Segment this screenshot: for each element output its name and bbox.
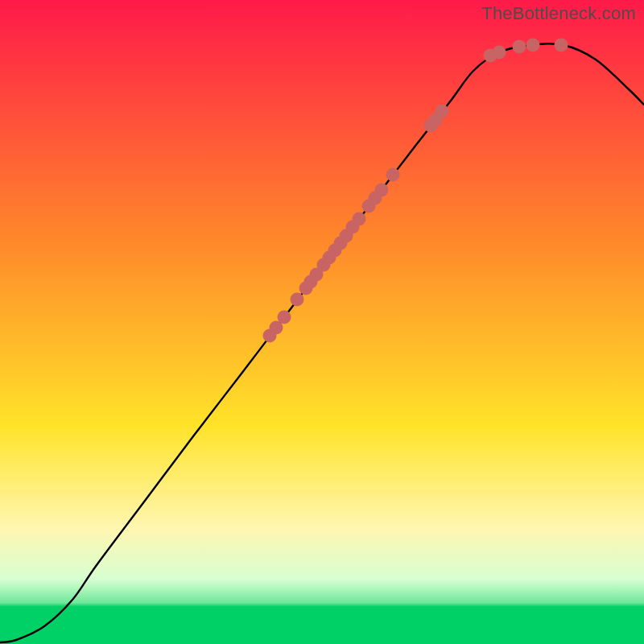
curve-marker	[291, 293, 304, 307]
curve-marker	[353, 213, 366, 226]
curve-marker	[526, 39, 540, 52]
curve-marker	[493, 46, 506, 60]
curve-marker	[513, 40, 526, 54]
curve-marker	[555, 39, 568, 52]
watermark-text: TheBottleneck.com	[481, 3, 636, 24]
curve-marker	[278, 311, 291, 324]
curve-marker	[436, 105, 449, 118]
chart-stage: TheBottleneck.com	[0, 0, 644, 644]
gradient-background	[0, 0, 644, 644]
curve-marker	[386, 168, 400, 182]
curve-marker	[375, 184, 389, 197]
chart-canvas	[0, 0, 644, 644]
